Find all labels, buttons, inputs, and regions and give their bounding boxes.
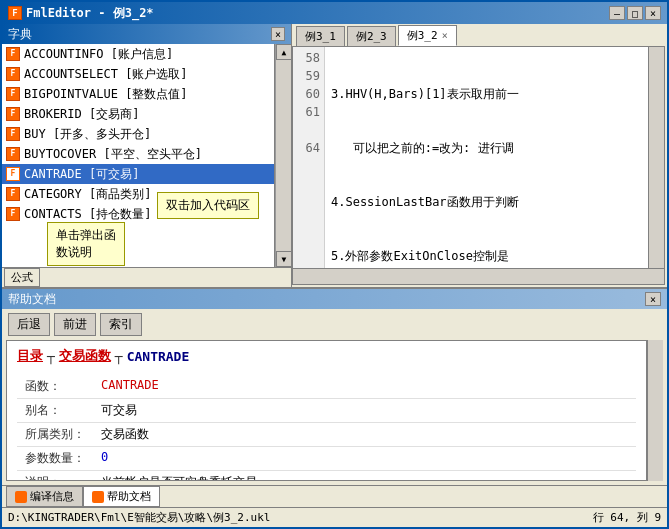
- line-num-60: 60: [297, 85, 320, 103]
- help-value-category: 交易函数: [93, 423, 636, 447]
- back-button[interactable]: 后退: [8, 313, 50, 336]
- bottom-tab-help[interactable]: 帮助文档: [83, 486, 160, 507]
- help-label-desc: 说明：: [17, 471, 93, 482]
- dict-header: 字典 ×: [2, 24, 291, 44]
- help-row-function: 函数： CANTRADE: [17, 375, 636, 399]
- dict-close-button[interactable]: ×: [271, 27, 285, 41]
- formula-tab[interactable]: 公式: [4, 268, 40, 287]
- index-button[interactable]: 索引: [100, 313, 142, 336]
- dict-scrollbar[interactable]: ▲ ▼: [275, 44, 291, 267]
- main-window: F FmlEditor - 例3_2* — □ × 字典 × F ACCOUNT: [0, 0, 669, 529]
- tab-bar: 例3_1 例2_3 例3_2 ×: [292, 24, 667, 46]
- help-row-desc: 说明： 当前帐户是否可实盘委托交易: [17, 471, 636, 482]
- status-path: D:\KINGTRADER\Fml\E智能交易\攻略\例3_2.ukl: [8, 510, 270, 525]
- editor-scrollbar-v[interactable]: [648, 47, 664, 268]
- tab-example2-3[interactable]: 例2_3: [347, 26, 396, 46]
- help-label-params: 参数数量：: [17, 447, 93, 471]
- app-icon: F: [8, 6, 22, 20]
- status-bar: D:\KINGTRADER\Fml\E智能交易\攻略\例3_2.ukl 行 64…: [2, 507, 667, 527]
- maximize-button[interactable]: □: [627, 6, 643, 20]
- help-title-bar: 帮助文档 ×: [2, 289, 667, 309]
- title-bar-left: F FmlEditor - 例3_2*: [8, 5, 154, 22]
- window-title: FmlEditor - 例3_2*: [26, 5, 154, 22]
- close-button[interactable]: ×: [645, 6, 661, 20]
- line-num-61: 61: [297, 103, 320, 121]
- bottom-tabs: 编译信息 帮助文档: [2, 485, 667, 507]
- code-line-61: 5.外部参数ExitOnClose控制是: [331, 247, 642, 265]
- dictionary-panel: 字典 × F ACCOUNTINFO [账户信息] F ACCOUNTSELEC…: [2, 24, 292, 287]
- f-icon: F: [6, 67, 20, 81]
- code-editor: 58 59 60 61 64 3.HHV(H,Bars)[1]表示取用前一 可以…: [292, 46, 665, 285]
- help-row-params: 参数数量： 0: [17, 447, 636, 471]
- title-bar: F FmlEditor - 例3_2* — □ ×: [2, 2, 667, 24]
- dict-item-accountinfo[interactable]: F ACCOUNTINFO [账户信息]: [2, 44, 274, 64]
- help-label-alias: 别名：: [17, 399, 93, 423]
- line-num-64: 64: [297, 139, 320, 157]
- help-label-function: 函数：: [17, 375, 93, 399]
- scroll-down-button[interactable]: ▼: [276, 251, 291, 267]
- help-panel: 帮助文档 × 后退 前进 索引 目录 ┬ 交易函数 ┬ CANTRADE: [2, 287, 667, 507]
- code-line-58: 3.HHV(H,Bars)[1]表示取用前一: [331, 85, 642, 103]
- dict-item-bigpointvalue[interactable]: F BIGPOINTVALUE [整数点值]: [2, 84, 274, 104]
- dict-item-buytocover[interactable]: F BUYTOCOVER [平空、空头平仓]: [2, 144, 274, 164]
- line-num-blank: [297, 121, 320, 139]
- dict-item-brokerid[interactable]: F BROKERID [交易商]: [2, 104, 274, 124]
- f-icon: F: [6, 187, 20, 201]
- bottom-tab-compile[interactable]: 编译信息: [6, 486, 83, 507]
- title-buttons: — □ ×: [609, 6, 661, 20]
- tooltip-singleclick: 单击弹出函数说明: [47, 222, 125, 266]
- f-icon: F: [6, 167, 20, 181]
- help-value-desc: 当前帐户是否可实盘委托交易: [93, 471, 636, 482]
- status-position: 行 64, 列 9: [593, 510, 661, 525]
- breadcrumb: 目录 ┬ 交易函数 ┬ CANTRADE: [17, 347, 636, 365]
- code-lines: 58 59 60 61 64 3.HHV(H,Bars)[1]表示取用前一 可以…: [293, 47, 664, 268]
- dict-item-cantrade[interactable]: F CANTRADE [可交易]: [2, 164, 274, 184]
- content-area: 字典 × F ACCOUNTINFO [账户信息] F ACCOUNTSELEC…: [2, 24, 667, 287]
- tab-close-icon[interactable]: ×: [442, 30, 448, 41]
- dict-item-buy[interactable]: F BUY [开多、多头开仓]: [2, 124, 274, 144]
- code-line-59: 可以把之前的:=改为: 进行调: [331, 139, 642, 157]
- f-icon: F: [6, 147, 20, 161]
- help-toolbar: 后退 前进 索引: [2, 309, 667, 340]
- help-content: 目录 ┬ 交易函数 ┬ CANTRADE 函数： CANTRADE 别名： 可交…: [6, 340, 647, 481]
- scroll-up-button[interactable]: ▲: [276, 44, 291, 60]
- breadcrumb-sep2: ┬: [115, 349, 123, 364]
- dict-bottom-tabs: 公式: [2, 267, 291, 287]
- minimize-button[interactable]: —: [609, 6, 625, 20]
- tooltip-dblclick: 双击加入代码区: [157, 192, 259, 219]
- help-scrollbar[interactable]: [647, 340, 663, 481]
- editor-scrollbar-h[interactable]: [293, 268, 664, 284]
- help-row-alias: 别名： 可交易: [17, 399, 636, 423]
- help-close-button[interactable]: ×: [645, 292, 661, 306]
- help-row-category: 所属类别： 交易函数: [17, 423, 636, 447]
- compile-tab-icon: [15, 491, 27, 503]
- tab-example3-2[interactable]: 例3_2 ×: [398, 25, 457, 46]
- line-num-58: 58: [297, 49, 320, 67]
- line-num-59: 59: [297, 67, 320, 85]
- dict-list: F ACCOUNTINFO [账户信息] F ACCOUNTSELECT [账户…: [2, 44, 275, 267]
- dict-title: 字典: [8, 26, 32, 43]
- dict-item-accountselect[interactable]: F ACCOUNTSELECT [账户选取]: [2, 64, 274, 84]
- editor-panel: 例3_1 例2_3 例3_2 × 58 59 60 61: [292, 24, 667, 287]
- help-value-params: 0: [93, 447, 636, 471]
- help-label-category: 所属类别：: [17, 423, 93, 447]
- forward-button[interactable]: 前进: [54, 313, 96, 336]
- f-icon: F: [6, 107, 20, 121]
- tab-example3-1[interactable]: 例3_1: [296, 26, 345, 46]
- help-value-alias: 可交易: [93, 399, 636, 423]
- code-content[interactable]: 3.HHV(H,Bars)[1]表示取用前一 可以把之前的:=改为: 进行调 4…: [325, 47, 648, 268]
- help-tab-icon: [92, 491, 104, 503]
- help-value-function: CANTRADE: [93, 375, 636, 399]
- breadcrumb-sep1: ┬: [47, 349, 55, 364]
- code-line-60: 4.SessionLastBar函数用于判断: [331, 193, 642, 211]
- f-icon: F: [6, 47, 20, 61]
- breadcrumb-home[interactable]: 目录: [17, 347, 43, 365]
- line-numbers: 58 59 60 61 64: [293, 47, 325, 268]
- f-icon: F: [6, 127, 20, 141]
- f-icon: F: [6, 87, 20, 101]
- breadcrumb-section[interactable]: 交易函数: [59, 347, 111, 365]
- f-icon: F: [6, 207, 20, 221]
- help-table: 函数： CANTRADE 别名： 可交易 所属类别： 交易函数 参数数量： 0: [17, 375, 636, 481]
- breadcrumb-current: CANTRADE: [127, 349, 190, 364]
